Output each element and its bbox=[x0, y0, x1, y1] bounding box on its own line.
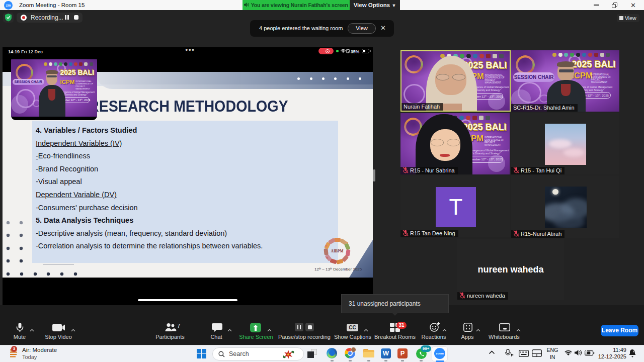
svg-text:AIBPM: AIBPM bbox=[331, 249, 344, 253]
